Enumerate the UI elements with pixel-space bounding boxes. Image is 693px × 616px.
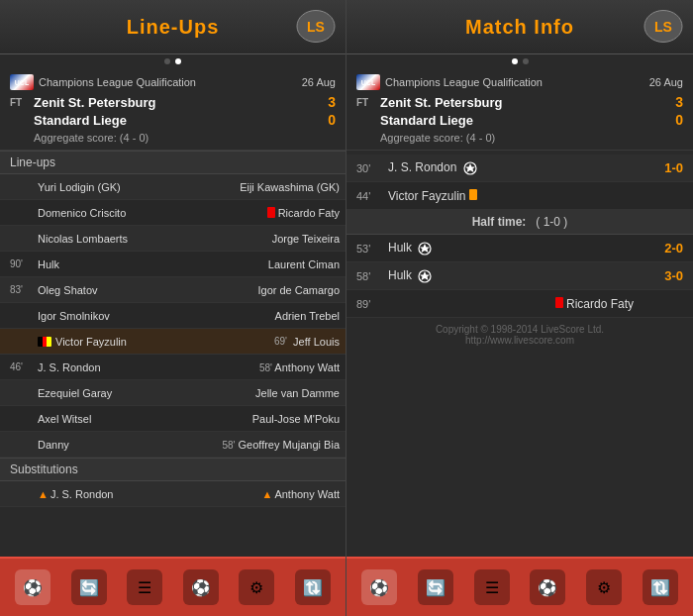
list-item: 30' J. S. Rondon 1-0 — [346, 154, 693, 182]
competition-name-right: Champions League Qualification — [385, 76, 543, 88]
event-minute: 30' — [356, 162, 388, 174]
player-left: Domenico Criscito — [38, 207, 189, 219]
player-left: Axel Witsel — [38, 413, 189, 425]
nav-sync-icon[interactable]: 🔃 — [295, 569, 331, 605]
player-min: 46' — [10, 361, 38, 372]
halftime-row: Half time: ( 1-0 ) — [346, 210, 693, 235]
table-row: Victor Fayzulin 69' Jeff Louis — [0, 329, 346, 355]
teams-row-right: FT Zenit St. Petersburg Standard Liege A… — [356, 94, 683, 144]
competition-left: UCL Champions League Qualification — [10, 74, 196, 90]
competition-date-left: 26 Aug — [302, 76, 336, 88]
ls-logo-right: LS — [644, 10, 683, 45]
copyright-row: Copyright © 1998-2014 LiveScore Ltd. htt… — [346, 318, 693, 352]
sub-arrow-icon: ▲ — [261, 488, 272, 500]
player-right: 69' Jeff Louis — [189, 336, 341, 348]
nav-gear-icon[interactable]: ⚙ — [239, 569, 274, 605]
player-left: Hulk — [38, 258, 189, 270]
table-row: Domenico Criscito Ricardo Faty — [0, 200, 346, 226]
player-right: Eiji Kawashima (GK) — [189, 181, 341, 193]
matchinfo-header: Match Info LS — [346, 0, 693, 54]
competition-left-right: UCL Champions League Qualification — [356, 74, 543, 90]
home-score-left: 3 — [328, 94, 336, 110]
goal-icon — [463, 161, 477, 175]
nav-ball-icon[interactable]: ⚽ — [15, 569, 50, 605]
left-bottom-nav: ⚽ 🔄 ☰ ⚽ ⚙ 🔃 — [0, 557, 346, 616]
event-score: 2-0 — [634, 241, 683, 256]
sub-arrow-icon: ▲ — [38, 488, 49, 500]
event-player: J. S. Rondon — [388, 160, 634, 175]
nav-gear-icon-r[interactable]: ⚙ — [586, 569, 622, 605]
competition-badge-right: UCL — [356, 74, 380, 90]
player-right: 58' Anthony Watt — [189, 361, 341, 373]
halftime-score: ( 1-0 ) — [536, 215, 567, 229]
player-min: 83' — [10, 284, 38, 295]
nav-ball-icon-r[interactable]: ⚽ — [361, 569, 397, 605]
teams-right-left: FT Zenit St. Petersburg Standard Liege A… — [356, 94, 503, 144]
player-right: Adrien Trebel — [189, 310, 341, 322]
player-left: Danny — [38, 439, 189, 451]
event-score: 1-0 — [634, 160, 683, 175]
svg-text:LS: LS — [307, 19, 325, 35]
player-left: ▲J. S. Rondon — [38, 488, 189, 500]
nav-list-icon[interactable]: ☰ — [127, 569, 162, 605]
aggregate-right: Aggregate score: (4 - 0) — [380, 132, 503, 144]
player-right: ▲Anthony Watt — [189, 488, 341, 500]
lineup-dots — [0, 54, 346, 68]
dot-3 — [512, 58, 518, 64]
svg-marker-5 — [465, 163, 475, 172]
competition-date-right: 26 Aug — [649, 76, 683, 88]
event-player: Hulk — [388, 241, 634, 256]
nav-list-icon-r[interactable]: ☰ — [474, 569, 510, 605]
player-left: Ezequiel Garay — [38, 387, 189, 399]
lineup-match-header: UCL Champions League Qualification 26 Au… — [0, 68, 346, 151]
table-row: Yuri Lodigin (GK) Eiji Kawashima (GK) — [0, 174, 346, 200]
event-score: 3-0 — [634, 268, 683, 283]
nav-sync-icon-r[interactable]: 🔃 — [643, 569, 678, 605]
list-item: 44' Victor Fayzulin — [346, 182, 693, 210]
table-row: ▲J. S. Rondon ▲Anthony Watt — [0, 481, 346, 507]
dot-2 — [175, 58, 181, 64]
goal-icon — [418, 242, 432, 256]
matchinfo-panel: Match Info LS UCL Champions League Quali… — [346, 0, 693, 616]
nav-ball2-icon[interactable]: ⚽ — [183, 569, 219, 605]
player-right: Jorge Teixeira — [189, 233, 341, 245]
event-player: Ricardo Faty — [388, 297, 634, 311]
yellow-card-icon — [469, 189, 477, 200]
ls-logo-left: LS — [296, 10, 336, 45]
event-minute: 53' — [356, 243, 388, 255]
event-minute: 89' — [356, 298, 388, 310]
home-team-left: Zenit St. Petersburg — [34, 94, 156, 112]
list-item: 58' Hulk 3-0 — [346, 262, 693, 290]
aggregate-left: Aggregate score: (4 - 0) — [34, 132, 156, 144]
player-left: Yuri Lodigin (GK) — [38, 181, 189, 193]
svg-marker-9 — [420, 271, 430, 280]
nav-refresh-icon[interactable]: 🔄 — [71, 569, 107, 605]
nav-ball2-icon-r[interactable]: ⚽ — [530, 569, 565, 605]
table-row: Ezequiel Garay Jelle van Damme — [0, 380, 346, 406]
player-right: Ricardo Faty — [189, 207, 341, 219]
lineups-table: Yuri Lodigin (GK) Eiji Kawashima (GK) Do… — [0, 174, 346, 557]
player-right: 58' Geoffrey Mujangi Bia — [189, 439, 341, 451]
teams-left: FT Zenit St. Petersburg Standard Liege A… — [10, 94, 156, 144]
table-row: Igor Smolnikov Adrien Trebel — [0, 303, 346, 329]
matchinfo-match-header: UCL Champions League Qualification 26 Au… — [346, 68, 693, 151]
table-row: 46' J. S. Rondon 58' Anthony Watt — [0, 355, 346, 380]
competition-row-right: UCL Champions League Qualification 26 Au… — [356, 74, 683, 90]
red-card-icon — [267, 207, 275, 218]
away-score-left: 0 — [328, 112, 336, 128]
match-events: 30' J. S. Rondon 1-0 44' Victor Fayzulin… — [346, 151, 693, 557]
matchinfo-title: Match Info — [465, 16, 574, 39]
home-team-right: Zenit St. Petersburg — [380, 94, 503, 112]
table-row: 90' Hulk Laurent Ciman — [0, 252, 346, 277]
nav-refresh-icon-r[interactable]: 🔄 — [418, 569, 453, 605]
event-player: Hulk — [388, 268, 634, 283]
svg-text:LS: LS — [654, 19, 672, 35]
copyright-text-1: Copyright © 1998-2014 LiveScore Ltd. — [356, 324, 683, 335]
player-right: Paul-Jose M'Poku — [189, 413, 341, 425]
table-row: Danny 58' Geoffrey Mujangi Bia — [0, 432, 346, 458]
svg-marker-7 — [420, 244, 430, 253]
red-card-icon — [555, 297, 563, 308]
teams-row-left: FT Zenit St. Petersburg Standard Liege A… — [10, 94, 336, 144]
copyright-text-2: http://www.livescore.com — [356, 335, 683, 346]
away-score-right: 0 — [675, 112, 683, 128]
